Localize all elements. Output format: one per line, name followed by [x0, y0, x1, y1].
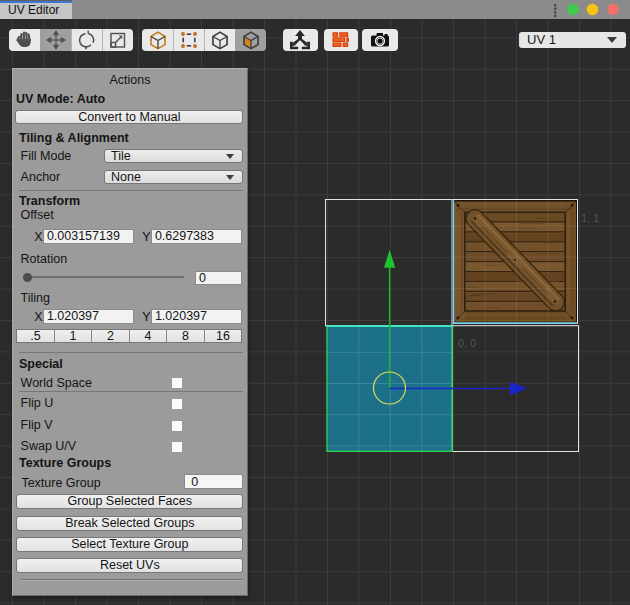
svg-text:0, 0: 0, 0	[458, 337, 476, 349]
svg-text:1, 1: 1, 1	[581, 212, 599, 224]
